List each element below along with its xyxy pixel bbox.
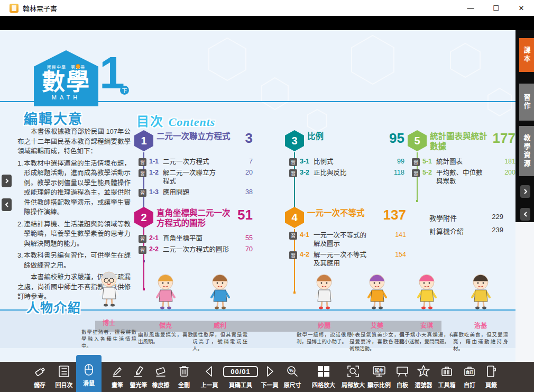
character-card: 洛基 喜歡吃美食，但又愛漂亮，藉由運動維持身材。 bbox=[453, 272, 509, 352]
character-illustration bbox=[97, 269, 121, 309]
book-logo: 國民中學 第二冊 數學 MATH bbox=[34, 50, 98, 106]
tool-page-number[interactable]: 00/01 頁碼工具 bbox=[222, 363, 259, 391]
editorial-item: 3. 本教科書另編有習作，可供學生在課餘做練習之用。 bbox=[17, 251, 131, 270]
editorial-intro: 本書係根據教育部於民國 107年公布之十二年國民基本教育課程綱要數學領域編輯而成… bbox=[17, 127, 131, 157]
chevron-left-icon bbox=[4, 202, 10, 208]
chapter-5: 5 統計圖表與統計數據 177 習 5-1 統計圖表 181 習 5-2 平均數… bbox=[410, 130, 515, 188]
tool-delete-all[interactable]: 全刪 bbox=[171, 363, 197, 391]
chapter-4: 4 一元一次不等式 137 習 4-1 一元一次不等式的解及圖示 141 習 4… bbox=[287, 207, 406, 270]
previous-page-icon bbox=[202, 364, 216, 378]
section-row[interactable]: 習 2-1 直角坐標平面 55 bbox=[139, 234, 253, 243]
chapter-title[interactable]: 一元一次不等式 bbox=[307, 207, 386, 218]
workbook-badge[interactable]: 習 bbox=[139, 246, 146, 254]
tool-next-page[interactable]: 下一頁 bbox=[257, 363, 282, 391]
appendix-row[interactable]: 教學附件 229 bbox=[429, 213, 503, 223]
panel-open-right-button[interactable] bbox=[520, 185, 530, 198]
chapter-title[interactable]: 比例 bbox=[307, 130, 386, 141]
panel-open-right-button[interactable] bbox=[2, 175, 12, 187]
maximize-button[interactable]: ☐ bbox=[483, 0, 509, 16]
tool-four-pane-zoom[interactable]: 四格放大 bbox=[311, 363, 336, 391]
section-row[interactable]: 習 5-2 平均數、中位數與眾數 200 bbox=[412, 169, 515, 186]
tab-textbook[interactable]: 課本 bbox=[519, 38, 534, 72]
next-page-icon bbox=[263, 364, 277, 378]
workbook-badge[interactable]: 習 bbox=[139, 169, 146, 177]
minimize-button[interactable]: — bbox=[458, 0, 483, 16]
character-card: 艾美 外表是氣質美少女，但是愛耍冷，喜歡各種藝術類活動。 bbox=[349, 272, 405, 352]
four-pane-icon bbox=[316, 364, 331, 378]
eraser-icon bbox=[154, 364, 168, 378]
chapter-number-hexagon: 2 bbox=[134, 207, 153, 228]
workbook-badge[interactable]: 習 bbox=[289, 232, 297, 240]
bottom-toolbar: 儲存 回目次 滑鼠 畫筆 螢光筆 橡皮擦 bbox=[0, 362, 534, 392]
tool-display-ratio[interactable]: 延伸 顯示比例 bbox=[366, 363, 392, 391]
chapter-number-hexagon: 4 bbox=[285, 207, 304, 228]
star-lottery-icon: 7 bbox=[417, 364, 430, 378]
chapter-title[interactable]: 直角坐標與二元一次方程式的圖形 bbox=[156, 207, 235, 228]
bee-mascot-icon bbox=[76, 64, 80, 69]
workbook-badge[interactable]: 習 bbox=[289, 169, 297, 177]
zoom-percent-icon: % bbox=[286, 364, 299, 378]
tool-toolbox[interactable]: 工具箱 bbox=[434, 363, 459, 391]
section-row[interactable]: 習 4-2 解一元一次不等式及其應用 154 bbox=[289, 251, 406, 268]
chevron-right-icon bbox=[4, 178, 10, 184]
svg-text:7: 7 bbox=[422, 368, 425, 374]
workbook-badge[interactable]: 習 bbox=[289, 158, 297, 166]
top-black-bar bbox=[0, 16, 534, 30]
tool-eraser[interactable]: 橡皮擦 bbox=[148, 363, 173, 391]
workbook-badge[interactable]: 習 bbox=[412, 169, 420, 177]
area-zoom-icon bbox=[346, 364, 360, 378]
section-row[interactable]: 習 1-1 二元一次方程式 7 bbox=[139, 158, 253, 166]
workbook-badge[interactable]: 習 bbox=[289, 251, 297, 259]
appendix-list: 教學附件 229 計算機介紹 239 bbox=[429, 213, 503, 239]
tool-area-zoom[interactable]: 局部放大 bbox=[340, 363, 366, 391]
tool-number-picker[interactable]: 7 選號器 bbox=[411, 363, 436, 391]
chapter-page: 3 bbox=[245, 130, 253, 147]
chapter-number-hexagon: 5 bbox=[408, 130, 427, 151]
appendix-row[interactable]: 計算機介紹 239 bbox=[429, 226, 503, 236]
section-row[interactable]: 習 3-1 比例式 99 bbox=[289, 158, 404, 166]
section-row[interactable]: 習 3-2 正比與反比 118 bbox=[289, 169, 404, 177]
tool-save[interactable]: 儲存 bbox=[27, 363, 52, 391]
display-ratio-icon: 延伸 bbox=[372, 364, 386, 378]
workbook-badge[interactable]: 習 bbox=[139, 235, 146, 243]
chevron-right-icon bbox=[523, 188, 528, 195]
tool-original-size[interactable]: % 原尺寸 bbox=[280, 363, 305, 391]
chevron-left-icon bbox=[523, 211, 528, 217]
section-row[interactable]: 習 1-3 應用問題 38 bbox=[139, 188, 253, 197]
section-row[interactable]: 習 1-2 解二元一次聯立方程式 20 bbox=[139, 169, 253, 186]
close-button[interactable]: ✕ bbox=[509, 0, 534, 16]
logo-subject-en: MATH bbox=[34, 94, 98, 101]
panel-open-left-button[interactable] bbox=[2, 198, 12, 211]
section-row[interactable]: 習 5-1 統計圖表 181 bbox=[412, 158, 515, 166]
editorial-item: 1. 本教材中選擇適當的生活情境布題，形成解題活動，進而成為教學活動示例。教學示… bbox=[17, 159, 131, 217]
tab-teaching-resources[interactable]: 教學資源 bbox=[519, 126, 534, 176]
character-card: 博士 數學狂熱者，擅長將數學融入各種生活情境中。 bbox=[81, 269, 137, 349]
usb-save-icon bbox=[33, 364, 47, 378]
svg-text:延伸: 延伸 bbox=[374, 368, 383, 373]
workbook-badge[interactable]: 習 bbox=[412, 158, 420, 166]
toolbox-icon bbox=[440, 364, 454, 378]
chapter-title[interactable]: 二元一次聯立方程式 bbox=[156, 130, 236, 141]
chapter-title[interactable]: 統計圖表與統計數據 bbox=[430, 130, 488, 151]
tab-workbook[interactable]: 習作 bbox=[519, 84, 534, 121]
section-row[interactable]: 習 2-2 二元一次方程式的圖形 70 bbox=[139, 245, 253, 254]
whiteboard-icon bbox=[395, 364, 409, 378]
tool-page-tabs[interactable]: 頁籤 bbox=[478, 363, 504, 391]
panel-open-left-button[interactable] bbox=[520, 208, 530, 221]
editorial-item: 2. 連結計算機、生活議題與跨領域等教學範疇，培養學生數學素養的思考力與解決問題… bbox=[17, 220, 131, 249]
tool-highlighter[interactable]: 螢光筆 bbox=[126, 363, 151, 391]
character-illustration bbox=[365, 272, 389, 312]
section-row[interactable]: 習 4-1 一元一次不等式的解及圖示 141 bbox=[289, 231, 406, 248]
tool-mouse[interactable]: 滑鼠 bbox=[76, 355, 102, 392]
trash-icon bbox=[177, 364, 191, 378]
tool-previous-page[interactable]: 上一頁 bbox=[197, 363, 222, 391]
workbook-badge[interactable]: 習 bbox=[139, 158, 146, 166]
page-indicator[interactable]: 00/01 bbox=[223, 366, 258, 377]
chapter-2: 2 直角坐標與二元一次方程式的圖形 51 習 2-1 直角坐標平面 55 習 2… bbox=[136, 207, 253, 257]
workbook-badge[interactable]: 習 bbox=[139, 189, 146, 197]
highlighter-icon bbox=[132, 364, 145, 378]
pen-icon bbox=[111, 364, 124, 378]
tool-back-to-toc[interactable]: 回目次 bbox=[51, 363, 77, 391]
mouse-icon bbox=[82, 363, 96, 377]
character-illustration bbox=[468, 272, 493, 312]
